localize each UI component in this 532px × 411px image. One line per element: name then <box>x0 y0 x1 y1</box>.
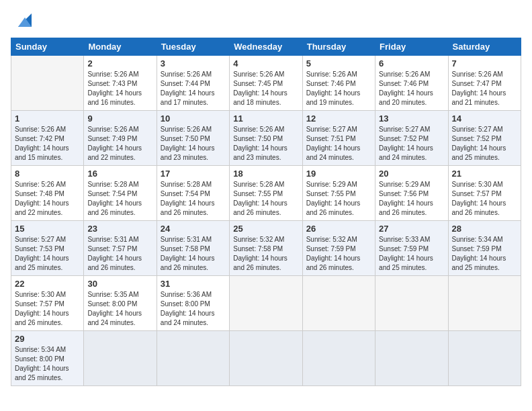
calendar-table: SundayMondayTuesdayWednesdayThursdayFrid… <box>11 38 521 386</box>
calendar-cell: 20Sunrise: 5:29 AMSunset: 7:56 PMDayligh… <box>375 166 448 221</box>
calendar-cell: 22Sunrise: 5:30 AMSunset: 7:57 PMDayligh… <box>11 276 84 331</box>
day-detail: Sunrise: 5:26 AMSunset: 7:48 PMDaylight:… <box>15 180 80 218</box>
calendar-cell <box>302 331 375 386</box>
calendar-cell <box>375 276 448 331</box>
calendar-cell: 4Sunrise: 5:26 AMSunset: 7:45 PMDaylight… <box>230 56 302 111</box>
day-detail: Sunrise: 5:26 AMSunset: 7:46 PMDaylight:… <box>379 70 444 107</box>
calendar-cell: 7Sunrise: 5:26 AMSunset: 7:47 PMDaylight… <box>448 56 521 111</box>
calendar-cell <box>157 331 229 386</box>
calendar-cell: 27Sunrise: 5:33 AMSunset: 7:59 PMDayligh… <box>375 221 448 276</box>
day-number: 2 <box>87 58 152 68</box>
day-detail: Sunrise: 5:26 AMSunset: 7:46 PMDaylight:… <box>306 70 371 107</box>
calendar-cell: 19Sunrise: 5:29 AMSunset: 7:55 PMDayligh… <box>302 166 375 221</box>
calendar-week-row: 22Sunrise: 5:30 AMSunset: 7:57 PMDayligh… <box>11 276 521 331</box>
day-detail: Sunrise: 5:26 AMSunset: 7:50 PMDaylight:… <box>233 125 298 163</box>
calendar-cell: 10Sunrise: 5:26 AMSunset: 7:50 PMDayligh… <box>157 111 229 166</box>
header-sunday: Sunday <box>11 38 84 56</box>
day-number: 30 <box>87 279 152 289</box>
calendar-cell: 6Sunrise: 5:26 AMSunset: 7:46 PMDaylight… <box>375 56 448 111</box>
calendar-week-row: 2Sunrise: 5:26 AMSunset: 7:43 PMDaylight… <box>11 56 521 111</box>
calendar-cell: 25Sunrise: 5:32 AMSunset: 7:58 PMDayligh… <box>230 221 302 276</box>
day-number: 8 <box>15 169 80 179</box>
day-number: 23 <box>87 224 152 234</box>
calendar-cell: 11Sunrise: 5:26 AMSunset: 7:50 PMDayligh… <box>230 111 302 166</box>
day-number: 24 <box>161 224 226 234</box>
calendar-header-row: SundayMondayTuesdayWednesdayThursdayFrid… <box>11 38 521 56</box>
day-number: 10 <box>161 113 226 124</box>
day-number: 15 <box>15 224 80 234</box>
header-monday: Monday <box>84 38 157 56</box>
calendar-cell: 29Sunrise: 5:34 AMSunset: 8:00 PMDayligh… <box>11 331 84 386</box>
day-detail: Sunrise: 5:28 AMSunset: 7:54 PMDaylight:… <box>87 180 152 218</box>
calendar-cell: 28Sunrise: 5:34 AMSunset: 7:59 PMDayligh… <box>448 221 521 276</box>
day-number: 31 <box>161 279 226 289</box>
header-thursday: Thursday <box>302 38 375 56</box>
day-detail: Sunrise: 5:26 AMSunset: 7:49 PMDaylight:… <box>87 125 152 163</box>
day-detail: Sunrise: 5:26 AMSunset: 7:45 PMDaylight:… <box>233 70 298 107</box>
day-detail: Sunrise: 5:26 AMSunset: 7:43 PMDaylight:… <box>87 70 152 107</box>
calendar-cell: 12Sunrise: 5:27 AMSunset: 7:51 PMDayligh… <box>302 111 375 166</box>
calendar-cell <box>448 331 521 386</box>
calendar-cell: 18Sunrise: 5:28 AMSunset: 7:55 PMDayligh… <box>230 166 302 221</box>
calendar-cell: 2Sunrise: 5:26 AMSunset: 7:43 PMDaylight… <box>84 56 157 111</box>
calendar-cell <box>302 276 375 331</box>
day-number: 25 <box>233 224 298 234</box>
day-number: 11 <box>233 113 298 124</box>
calendar-cell <box>375 331 448 386</box>
day-number: 18 <box>233 169 298 179</box>
day-detail: Sunrise: 5:29 AMSunset: 7:56 PMDaylight:… <box>379 180 444 218</box>
calendar-cell: 21Sunrise: 5:30 AMSunset: 7:57 PMDayligh… <box>448 166 521 221</box>
page-header <box>11 11 521 30</box>
calendar-week-row: 15Sunrise: 5:27 AMSunset: 7:53 PMDayligh… <box>11 221 521 276</box>
calendar-cell: 13Sunrise: 5:27 AMSunset: 7:52 PMDayligh… <box>375 111 448 166</box>
calendar-cell <box>11 56 84 111</box>
calendar-cell <box>448 276 521 331</box>
day-number: 6 <box>379 58 444 68</box>
day-detail: Sunrise: 5:34 AMSunset: 7:59 PMDaylight:… <box>452 235 517 273</box>
calendar-cell: 31Sunrise: 5:36 AMSunset: 8:00 PMDayligh… <box>157 276 229 331</box>
calendar-cell: 17Sunrise: 5:28 AMSunset: 7:54 PMDayligh… <box>157 166 229 221</box>
calendar-cell <box>84 331 157 386</box>
logo <box>11 11 34 30</box>
day-number: 1 <box>15 113 80 124</box>
calendar-cell <box>230 331 302 386</box>
calendar-cell: 5Sunrise: 5:26 AMSunset: 7:46 PMDaylight… <box>302 56 375 111</box>
day-number: 7 <box>452 58 517 68</box>
header-saturday: Saturday <box>448 38 521 56</box>
day-number: 3 <box>161 58 226 68</box>
calendar-cell <box>230 276 302 331</box>
day-number: 26 <box>306 224 371 234</box>
calendar-cell: 16Sunrise: 5:28 AMSunset: 7:54 PMDayligh… <box>84 166 157 221</box>
day-detail: Sunrise: 5:27 AMSunset: 7:52 PMDaylight:… <box>379 125 444 163</box>
logo-icon <box>13 11 34 30</box>
day-number: 17 <box>161 169 226 179</box>
day-detail: Sunrise: 5:30 AMSunset: 7:57 PMDaylight:… <box>452 180 517 218</box>
calendar-cell: 9Sunrise: 5:26 AMSunset: 7:49 PMDaylight… <box>84 111 157 166</box>
day-detail: Sunrise: 5:29 AMSunset: 7:55 PMDaylight:… <box>306 180 371 218</box>
day-number: 21 <box>452 169 517 179</box>
header-wednesday: Wednesday <box>230 38 302 56</box>
calendar-cell: 23Sunrise: 5:31 AMSunset: 7:57 PMDayligh… <box>84 221 157 276</box>
day-detail: Sunrise: 5:31 AMSunset: 7:58 PMDaylight:… <box>161 235 226 273</box>
day-number: 4 <box>233 58 298 68</box>
day-detail: Sunrise: 5:27 AMSunset: 7:52 PMDaylight:… <box>452 125 517 163</box>
calendar-cell: 30Sunrise: 5:35 AMSunset: 8:00 PMDayligh… <box>84 276 157 331</box>
day-detail: Sunrise: 5:31 AMSunset: 7:57 PMDaylight:… <box>87 235 152 273</box>
day-detail: Sunrise: 5:27 AMSunset: 7:53 PMDaylight:… <box>15 235 80 273</box>
calendar-cell: 26Sunrise: 5:32 AMSunset: 7:59 PMDayligh… <box>302 221 375 276</box>
day-number: 20 <box>379 169 444 179</box>
calendar-week-row: 1Sunrise: 5:26 AMSunset: 7:42 PMDaylight… <box>11 111 521 166</box>
day-number: 27 <box>379 224 444 234</box>
day-number: 16 <box>87 169 152 179</box>
calendar-week-row: 29Sunrise: 5:34 AMSunset: 8:00 PMDayligh… <box>11 331 521 386</box>
calendar-cell: 8Sunrise: 5:26 AMSunset: 7:48 PMDaylight… <box>11 166 84 221</box>
day-detail: Sunrise: 5:34 AMSunset: 8:00 PMDaylight:… <box>15 345 80 383</box>
day-number: 5 <box>306 58 371 68</box>
calendar-cell: 3Sunrise: 5:26 AMSunset: 7:44 PMDaylight… <box>157 56 229 111</box>
day-number: 29 <box>15 334 80 344</box>
day-number: 12 <box>306 113 371 124</box>
day-number: 28 <box>452 224 517 234</box>
day-detail: Sunrise: 5:26 AMSunset: 7:42 PMDaylight:… <box>15 125 80 163</box>
day-detail: Sunrise: 5:30 AMSunset: 7:57 PMDaylight:… <box>15 290 80 328</box>
day-number: 19 <box>306 169 371 179</box>
